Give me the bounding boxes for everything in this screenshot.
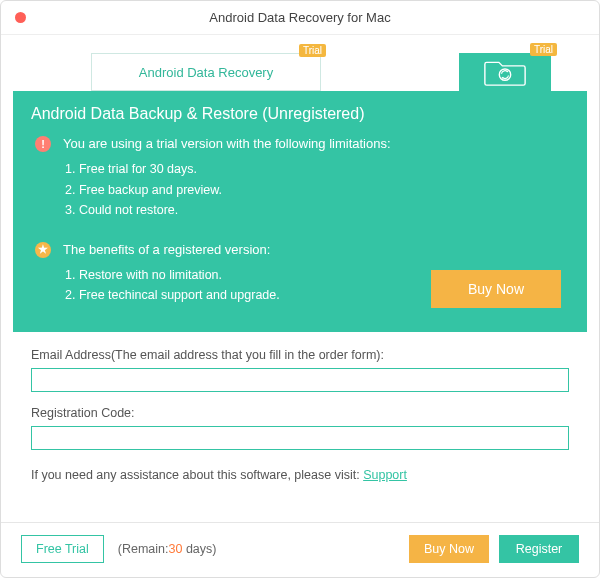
list-item: 1. Restore with no limitation. bbox=[65, 267, 280, 285]
free-trial-button[interactable]: Free Trial bbox=[21, 535, 104, 563]
tab-backup-restore[interactable]: Trial bbox=[459, 53, 551, 91]
tab-data-recovery[interactable]: Android Data Recovery Trial bbox=[91, 53, 321, 91]
tabs-row: Android Data Recovery Trial Trial bbox=[1, 53, 599, 91]
app-window: Android Data Recovery for Mac Android Da… bbox=[0, 0, 600, 578]
info-panel: Android Data Backup & Restore (Unregiste… bbox=[13, 91, 587, 332]
list-item: 2. Free techincal support and upgrade. bbox=[65, 287, 280, 305]
register-button[interactable]: Register bbox=[499, 535, 579, 563]
window-title: Android Data Recovery for Mac bbox=[1, 10, 599, 25]
email-label: Email Address(The email address that you… bbox=[31, 348, 569, 362]
footer: Free Trial (Remain:30 days) Buy Now Regi… bbox=[1, 522, 599, 577]
star-icon: ★ bbox=[35, 242, 51, 258]
remain-days: (Remain:30 days) bbox=[118, 542, 217, 556]
registration-code-field[interactable] bbox=[31, 426, 569, 450]
list-item: 3. Could not restore. bbox=[65, 202, 391, 220]
email-field[interactable] bbox=[31, 368, 569, 392]
support-link[interactable]: Support bbox=[363, 468, 407, 482]
trial-badge: Trial bbox=[299, 44, 326, 57]
code-label: Registration Code: bbox=[31, 406, 569, 420]
block-head: You are using a trial version with the f… bbox=[63, 135, 391, 153]
trial-limitations: ! You are using a trial version with the… bbox=[31, 135, 569, 223]
panel-heading: Android Data Backup & Restore (Unregiste… bbox=[31, 105, 569, 123]
trial-badge: Trial bbox=[530, 43, 557, 56]
block-head: The benefits of a registered version: bbox=[63, 241, 280, 259]
folder-refresh-icon bbox=[484, 56, 526, 88]
alert-icon: ! bbox=[35, 136, 51, 152]
assist-text: If you need any assistance about this so… bbox=[31, 468, 569, 482]
buy-now-button[interactable]: Buy Now bbox=[431, 270, 561, 308]
list-item: 1. Free trial for 30 days. bbox=[65, 161, 391, 179]
titlebar: Android Data Recovery for Mac bbox=[1, 1, 599, 35]
tab-label: Android Data Recovery bbox=[139, 65, 273, 80]
buy-now-button-footer[interactable]: Buy Now bbox=[409, 535, 489, 563]
list-item: 2. Free backup and preview. bbox=[65, 182, 391, 200]
registration-form: Email Address(The email address that you… bbox=[13, 348, 587, 494]
